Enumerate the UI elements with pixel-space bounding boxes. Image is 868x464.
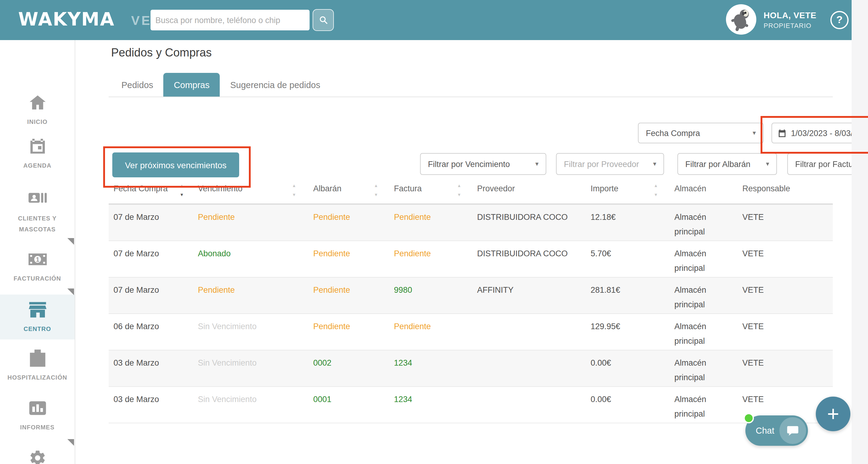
sidebar-item-agenda[interactable]: AGENDA — [0, 137, 75, 171]
sidebar-item-clientes-y-mascotas[interactable]: CLIENTES Y MASCOTAS — [0, 190, 75, 235]
sidebar-item-inicio[interactable]: INICIO — [0, 93, 75, 127]
column-header-proveedor: Proveedor — [477, 184, 515, 193]
cell-albaran: 0001 — [313, 392, 332, 407]
cell-responsable: VETE — [742, 246, 764, 261]
avatar[interactable] — [726, 4, 756, 35]
app-viewport: WAKYMA VETS — [0, 0, 868, 464]
page-gutter — [851, 0, 868, 464]
cell-almacen: Almacén principal — [674, 210, 724, 239]
chevron-down-icon: ▼ — [745, 130, 763, 136]
tab-sugerencia-de-pedidos[interactable]: Sugerencia de pedidos — [220, 73, 331, 96]
page-title: Pedidos y Compras — [111, 46, 212, 60]
sort-toggle-icon[interactable]: ▲▼ — [292, 184, 296, 197]
help-icon[interactable]: ? — [830, 11, 848, 29]
table-row[interactable]: 07 de MarzoPendientePendientePendienteDI… — [108, 205, 833, 241]
cell-fecha-compra: 07 de Marzo — [114, 246, 159, 261]
sort-toggle-icon[interactable]: ▲▼ — [374, 184, 378, 197]
column-header-factura[interactable]: Factura — [394, 184, 422, 193]
column-header-almacén: Almacén — [674, 184, 706, 193]
filter-filtrar-por-albarán[interactable]: Filtrar por Albarán▼ — [677, 153, 777, 175]
filter-label: Filtrar por Albarán — [678, 160, 759, 169]
column-header-albarán[interactable]: Albarán — [313, 184, 341, 193]
filter-label: Filtrar por Proveedor — [557, 160, 646, 169]
table-row[interactable]: 07 de MarzoPendientePendiente9980AFFINIT… — [108, 278, 833, 314]
cell-responsable: VETE — [742, 392, 764, 407]
chat-widget[interactable]: Chat — [745, 415, 808, 446]
clients-icon — [28, 190, 46, 208]
cell-fecha-compra: 03 de Marzo — [114, 392, 159, 407]
sidebar-nav: INICIOAGENDACLIENTES Y MASCOTAS1FACTURAC… — [0, 40, 75, 464]
sidebar-item-centro[interactable]: CENTRO — [0, 301, 75, 335]
cell-vencimiento: Sin Vencimiento — [198, 356, 257, 370]
column-label: Fecha Compra — [114, 184, 168, 193]
cell-importe: 281.81€ — [591, 283, 620, 297]
sort-toggle-icon[interactable]: ▲▼ — [457, 184, 461, 197]
user-greeting: HOLA, VETE — [764, 10, 816, 20]
cell-importe: 5.70€ — [591, 246, 611, 261]
column-label: Albarán — [313, 184, 341, 193]
column-label: Importe — [591, 184, 619, 193]
sidebar-item-label: INFORMES — [4, 422, 71, 433]
submenu-caret-clientes[interactable] — [67, 238, 74, 245]
sort-toggle-icon[interactable]: ▲▼ — [180, 184, 184, 197]
sidebar-item-label: INICIO — [4, 117, 71, 127]
filter-filtrar-por-vencimiento[interactable]: Filtrar por Vencimiento▼ — [420, 153, 546, 175]
calendar-icon — [772, 128, 787, 138]
sidebar-item-informes[interactable]: INFORMES — [0, 399, 75, 433]
sidebar-item-hospitalizaci-n[interactable]: HOSPITALIZACIÓN — [0, 349, 75, 383]
search-button[interactable] — [313, 9, 334, 31]
cell-proveedor: DISTRIBUIDORA COCO — [477, 210, 568, 224]
table-row[interactable]: 06 de MarzoSin VencimientoPendientePendi… — [108, 314, 833, 350]
online-dot — [744, 413, 754, 423]
global-search — [151, 9, 334, 31]
calendar-icon — [28, 137, 46, 155]
cell-fecha-compra: 07 de Marzo — [114, 210, 159, 224]
search-input[interactable] — [151, 10, 310, 30]
cell-almacen: Almacén principal — [674, 246, 724, 276]
sidebar-item-facturaci-n[interactable]: 1FACTURACIÓN — [0, 250, 75, 284]
chat-label: Chat — [756, 426, 774, 435]
cell-albaran: Pendiente — [313, 319, 350, 334]
cell-responsable: VETE — [742, 356, 764, 370]
column-header-vencimiento[interactable]: Vencimiento — [198, 184, 243, 193]
gear-icon — [28, 449, 46, 464]
column-header-fecha-compra[interactable]: Fecha Compra — [114, 184, 168, 193]
cell-importe: 12.18€ — [591, 210, 616, 224]
column-label: Proveedor — [477, 184, 515, 193]
hospital-icon — [28, 349, 46, 368]
cell-fecha-compra: 07 de Marzo — [114, 283, 159, 297]
cell-albaran: Pendiente — [313, 210, 350, 224]
column-header-importe[interactable]: Importe — [591, 184, 619, 193]
cell-importe: 0.00€ — [591, 356, 611, 370]
cell-albaran: Pendiente — [313, 246, 350, 261]
tab-bar: PedidosComprasSugerencia de pedidos — [111, 73, 331, 96]
cell-proveedor: DISTRIBUIDORA COCO — [477, 246, 568, 261]
sloth-mascot-icon — [728, 7, 754, 32]
submenu-caret-informes[interactable] — [67, 439, 74, 446]
column-label: Vencimiento — [198, 184, 243, 193]
cell-fecha-compra: 03 de Marzo — [114, 356, 159, 370]
sidebar-item-configuraci-n[interactable]: CONFIGURACIÓN — [0, 449, 75, 464]
sort-toggle-icon[interactable]: ▲▼ — [654, 184, 658, 197]
table-row[interactable]: 03 de MarzoSin Vencimiento000112340.00€A… — [108, 387, 833, 423]
add-button[interactable]: + — [816, 397, 850, 431]
sort-field-select[interactable]: Fecha Compra ▼ — [638, 123, 764, 143]
tab-pedidos[interactable]: Pedidos — [111, 73, 163, 96]
chevron-down-icon: ▼ — [528, 161, 546, 167]
table-header-row: Fecha Compra▲▼Vencimiento▲▼Albarán▲▼Fact… — [108, 184, 833, 203]
filter-label: Filtrar por Vencimiento — [421, 160, 528, 169]
sidebar-item-label: CLIENTES Y MASCOTAS — [4, 213, 71, 235]
cell-importe: 129.95€ — [591, 319, 620, 334]
cell-almacen: Almacén principal — [674, 356, 724, 385]
cell-vencimiento: Pendiente — [198, 283, 235, 297]
ver-proximos-vencimientos-button[interactable]: Ver próximos vencimientos — [112, 152, 239, 177]
table-row[interactable]: 07 de MarzoAbonadoPendientePendienteDIST… — [108, 241, 833, 278]
table-row[interactable]: 03 de MarzoSin Vencimiento000212340.00€A… — [108, 350, 833, 387]
submenu-caret-facturacion[interactable] — [67, 288, 74, 295]
cell-factura: 1234 — [394, 356, 412, 370]
column-label: Responsable — [742, 184, 790, 193]
filter-filtrar-por-proveedor[interactable]: Filtrar por Proveedor▼ — [556, 153, 664, 175]
cell-factura: Pendiente — [394, 210, 431, 224]
tab-compras[interactable]: Compras — [163, 73, 220, 96]
user-role: PROPIETARIO — [764, 22, 811, 29]
